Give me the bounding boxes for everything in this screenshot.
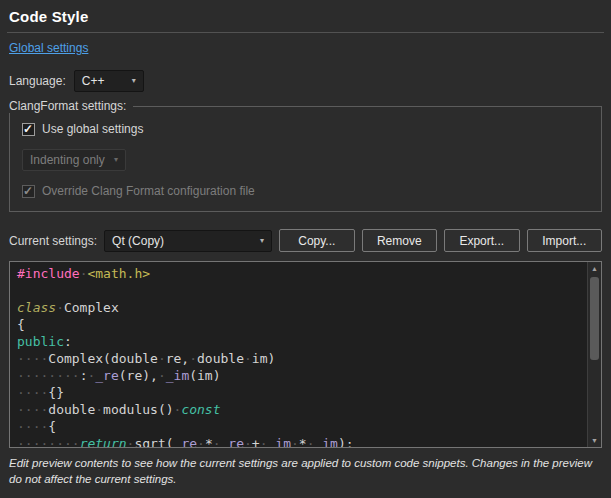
override-config-checkbox-row: ✓ Override Clang Format configuration fi… (22, 184, 589, 198)
whitespace-dots: ···· (17, 351, 48, 366)
code-token: modulus() (103, 402, 173, 417)
code-token: _im (166, 368, 189, 383)
clangformat-group-label: ClangFormat settings: (9, 99, 133, 113)
code-line (17, 282, 587, 299)
code-token: re, (166, 351, 189, 366)
check-icon: ✓ (23, 122, 33, 136)
code-token: {} (48, 385, 64, 400)
code-token: { (17, 317, 25, 332)
whitespace-dots: · (56, 300, 64, 315)
title-divider (7, 32, 604, 33)
code-token: _im (268, 436, 291, 447)
chevron-down-icon: ▾ (114, 156, 118, 164)
code-area[interactable]: #include·<math.h>class·Complex{public:··… (10, 262, 587, 447)
code-line: ········return·sqrt(_re·*·_re·+·_im·*·_i… (17, 435, 587, 447)
current-settings-select[interactable]: Qt (Copy) ▾ (104, 230, 272, 252)
override-config-checkbox: ✓ (22, 185, 35, 198)
language-select-value: C++ (82, 74, 105, 88)
code-token: * (299, 436, 307, 447)
scroll-down-button[interactable]: ▼ (588, 434, 601, 447)
code-line: { (17, 316, 587, 333)
footer-note: Edit preview contents to see how the cur… (9, 455, 602, 488)
page-title: Code Style (9, 8, 602, 25)
code-line: ····double·modulus()·const (17, 401, 587, 418)
language-select[interactable]: C++ ▾ (74, 70, 144, 92)
code-line: ····{} (17, 384, 587, 401)
code-token: (im) (189, 368, 220, 383)
code-token: double (48, 402, 95, 417)
whitespace-dots: ········ (17, 436, 80, 447)
current-settings-row: Current settings: Qt (Copy) ▾ Copy... Re… (9, 229, 602, 252)
code-token: + (252, 436, 260, 447)
language-row: Language: C++ ▾ (9, 70, 602, 92)
code-token: sqrt( (134, 436, 173, 447)
code-token: double (197, 351, 244, 366)
code-token: _re (221, 436, 244, 447)
code-token: _re (174, 436, 197, 447)
override-config-label: Override Clang Format configuration file (42, 184, 255, 198)
code-line: #include·<math.h> (17, 265, 587, 282)
code-token: _re (95, 368, 118, 383)
code-line: public: (17, 333, 587, 350)
code-line: ····Complex(double·re,·double·im) (17, 350, 587, 367)
clangformat-mode-value: Indenting only (30, 153, 105, 167)
whitespace-dots: ···· (17, 402, 48, 417)
code-token: ); (338, 436, 354, 447)
whitespace-dots: · (95, 402, 103, 417)
scrollbar-thumb[interactable] (590, 277, 599, 360)
global-settings-link[interactable]: Global settings (9, 41, 88, 55)
code-token: const (181, 402, 220, 417)
whitespace-dots: · (260, 436, 268, 447)
scroll-up-button[interactable]: ▲ (588, 262, 601, 275)
whitespace-dots: · (213, 436, 221, 447)
code-token: return (80, 436, 127, 447)
code-token: Complex (64, 300, 119, 315)
whitespace-dots: · (291, 436, 299, 447)
language-label: Language: (9, 74, 66, 88)
whitespace-dots: ···· (17, 385, 48, 400)
code-token: : (64, 334, 72, 349)
chevron-down-icon: ▾ (132, 77, 136, 85)
code-token: * (205, 436, 213, 447)
whitespace-dots: · (197, 436, 205, 447)
use-global-settings-checkbox[interactable]: ✓ (22, 123, 35, 136)
whitespace-dots: · (158, 368, 166, 383)
code-token: im) (252, 351, 275, 366)
check-icon: ✓ (23, 184, 33, 198)
code-preview-editor: #include·<math.h>class·Complex{public:··… (9, 261, 602, 448)
current-settings-label: Current settings: (9, 234, 97, 248)
use-global-settings-checkbox-row[interactable]: ✓ Use global settings (22, 122, 589, 136)
code-line: ········:·_re(re),·_im(im) (17, 367, 587, 384)
export-button[interactable]: Export... (444, 229, 519, 252)
vertical-scrollbar[interactable]: ▲ ▼ (587, 262, 601, 447)
whitespace-dots: · (244, 351, 252, 366)
use-global-settings-label: Use global settings (42, 122, 143, 136)
whitespace-dots: · (189, 351, 197, 366)
chevron-down-icon: ▾ (260, 237, 264, 245)
code-token: (re), (119, 368, 158, 383)
copy-button[interactable]: Copy... (279, 229, 354, 252)
whitespace-dots: ········ (17, 368, 80, 383)
whitespace-dots: · (158, 351, 166, 366)
import-button[interactable]: Import... (527, 229, 602, 252)
code-token: <math.h> (87, 266, 150, 281)
code-line: ····{ (17, 418, 587, 435)
remove-button[interactable]: Remove (362, 229, 437, 252)
code-line: class·Complex (17, 299, 587, 316)
code-token: Complex(double (48, 351, 158, 366)
code-token: public (17, 334, 64, 349)
clangformat-mode-select: Indenting only ▾ (22, 149, 126, 171)
clangformat-groupbox: ClangFormat settings: ✓ Use global setti… (9, 106, 602, 212)
whitespace-dots: · (244, 436, 252, 447)
whitespace-dots: ···· (17, 419, 48, 434)
code-style-settings-page: Code Style Global settings Language: C++… (0, 0, 611, 498)
code-token: _im (314, 436, 337, 447)
code-token: #include (17, 266, 80, 281)
current-settings-value: Qt (Copy) (112, 234, 164, 248)
code-token: { (48, 419, 56, 434)
code-token: class (17, 300, 56, 315)
